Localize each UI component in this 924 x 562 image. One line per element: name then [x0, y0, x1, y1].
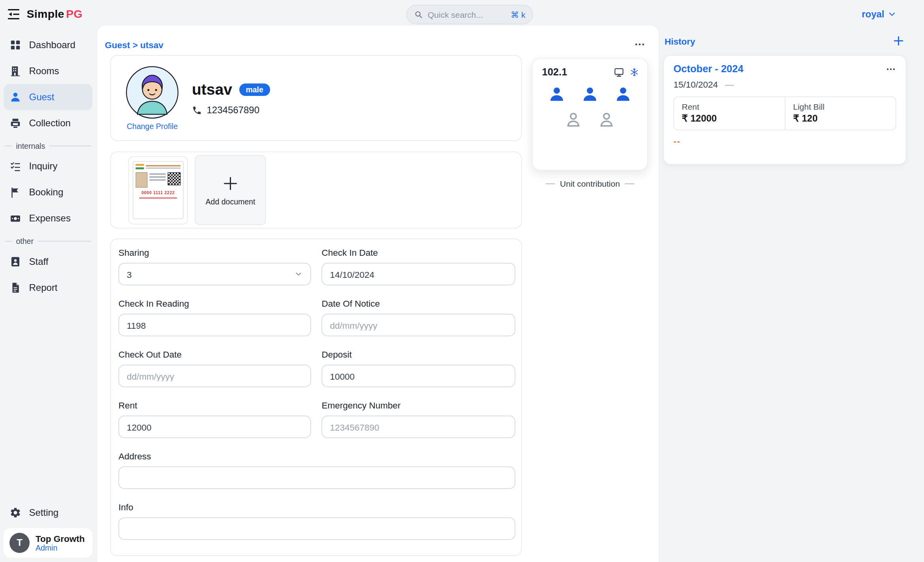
history-rent-label: Rent	[682, 102, 778, 111]
field-rent: Rent	[118, 400, 311, 438]
sidebar-footer: Setting T Top Growth Admin	[4, 500, 92, 558]
rooms-icon	[9, 65, 21, 77]
search-icon	[414, 10, 423, 19]
booking-icon	[9, 187, 21, 199]
deposit-input[interactable]	[322, 365, 516, 387]
sidebar-item-label: Report	[29, 283, 58, 293]
dashboard-icon	[9, 39, 21, 51]
rent-label: Rent	[118, 400, 311, 410]
occupied-bed-icon[interactable]	[548, 85, 566, 103]
quick-search-input[interactable]: Quick search... ⌘ k	[406, 5, 533, 24]
ac-snowflake-icon[interactable]	[630, 67, 639, 77]
app-window: SimplePG Quick search... ⌘ k royal Dashb…	[0, 0, 924, 562]
history-date-dash: —	[725, 79, 734, 90]
emergency-number-input[interactable]	[322, 416, 516, 438]
plus-icon	[222, 174, 239, 192]
staff-icon	[9, 256, 21, 268]
sidebar-item-label: Setting	[29, 508, 59, 518]
field-check-in-reading: Check In Reading	[118, 298, 311, 336]
field-deposit: Deposit	[322, 349, 516, 387]
field-date-of-notice: Date Of Notice	[322, 298, 516, 336]
expenses-icon	[9, 213, 21, 225]
workspace-role: Admin	[36, 543, 85, 553]
info-label: Info	[118, 502, 515, 512]
field-sharing: Sharing 3	[118, 247, 311, 285]
history-more-menu[interactable]	[886, 64, 896, 75]
sidebar-item-rooms[interactable]: Rooms	[4, 58, 92, 84]
rent-input[interactable]	[118, 416, 311, 438]
breadcrumb[interactable]: Guest > utsav	[105, 39, 163, 50]
sidebar-item-guest[interactable]: Guest	[4, 84, 92, 110]
sidebar-item-report[interactable]: Report	[4, 275, 92, 301]
account-menu[interactable]: royal	[862, 0, 897, 28]
more-options-icon	[886, 64, 896, 75]
date-of-notice-input[interactable]	[322, 314, 516, 336]
guest-more-menu[interactable]	[634, 39, 646, 51]
sidebar-collapse-icon[interactable]	[6, 7, 21, 22]
sidebar-item-setting[interactable]: Setting	[4, 500, 92, 526]
collection-icon	[9, 117, 21, 129]
history-title: History	[665, 36, 695, 46]
unit-occupants	[533, 81, 648, 129]
aadhaar-number: 0000 1111 2222	[136, 191, 181, 195]
history-month-link[interactable]: October - 2024	[674, 64, 744, 75]
address-label: Address	[118, 451, 515, 461]
address-input[interactable]	[118, 466, 515, 489]
info-input[interactable]	[118, 517, 515, 540]
workspace-avatar: T	[9, 533, 30, 553]
check-in-reading-input[interactable]	[118, 314, 311, 336]
sidebar-item-label: Booking	[29, 187, 64, 198]
sidebar: Dashboard Rooms Guest Collection interna…	[0, 28, 96, 562]
app-title: SimplePG	[27, 8, 83, 21]
guest-icon	[9, 91, 21, 103]
occupied-bed-icon[interactable]	[614, 85, 632, 103]
check-in-date-input[interactable]	[322, 263, 516, 285]
phone-icon	[192, 105, 202, 115]
search-shortcut-hint: ⌘ k	[511, 10, 525, 19]
vacant-bed-icon[interactable]	[565, 111, 582, 129]
history-note: --	[674, 136, 896, 146]
sidebar-item-dashboard[interactable]: Dashboard	[4, 32, 92, 58]
sidebar-item-expenses[interactable]: Expenses	[4, 206, 92, 232]
sidebar-item-label: Guest	[29, 92, 54, 103]
sharing-select[interactable]: 3	[118, 263, 311, 285]
history-rent-value: ₹ 12000	[682, 112, 778, 124]
check-out-date-input[interactable]	[118, 365, 311, 387]
date-of-notice-label: Date Of Notice	[322, 298, 516, 309]
aadhaar-qr-code	[168, 172, 181, 185]
add-document-button[interactable]: Add document	[195, 155, 266, 225]
guest-avatar	[126, 66, 179, 119]
field-info: Info	[118, 502, 515, 540]
sidebar-item-staff[interactable]: Staff	[4, 249, 92, 275]
sidebar-item-collection[interactable]: Collection	[4, 110, 92, 136]
documents-card: 0000 1111 2222 Add document	[110, 152, 522, 229]
sidebar-item-label: Collection	[29, 118, 71, 129]
sidebar-item-inquiry[interactable]: Inquiry	[4, 154, 92, 180]
workspace-profile[interactable]: T Top Growth Admin	[4, 528, 92, 558]
vacant-bed-icon[interactable]	[598, 111, 616, 129]
tv-icon[interactable]	[614, 67, 624, 78]
check-out-date-label: Check Out Date	[118, 349, 311, 360]
occupied-bed-icon[interactable]	[581, 85, 599, 103]
change-profile-link[interactable]: Change Profile	[127, 122, 178, 131]
chevron-down-icon	[295, 270, 303, 278]
sidebar-item-booking[interactable]: Booking	[4, 180, 92, 206]
document-thumbnail[interactable]: 0000 1111 2222	[129, 156, 188, 224]
account-label: royal	[862, 9, 884, 20]
sidebar-item-label: Inquiry	[29, 161, 58, 172]
add-document-label: Add document	[206, 197, 255, 206]
sidebar-item-label: Rooms	[29, 66, 59, 77]
field-check-in-date: Check In Date	[322, 247, 516, 285]
add-history-button[interactable]	[892, 34, 905, 47]
guest-profile-card: Change Profile utsav male 1234567890	[110, 55, 522, 141]
unit-card[interactable]: 102.1	[532, 58, 648, 170]
aadhaar-flag	[136, 164, 144, 170]
workspace-name: Top Growth	[36, 533, 85, 543]
sidebar-item-label: Staff	[29, 257, 49, 267]
sidebar-section-other: other	[5, 237, 91, 246]
search-placeholder: Quick search...	[428, 10, 483, 19]
sidebar-item-label: Expenses	[29, 213, 71, 224]
deposit-label: Deposit	[322, 349, 516, 360]
brand: SimplePG	[6, 0, 83, 28]
sharing-value: 3	[127, 269, 132, 279]
